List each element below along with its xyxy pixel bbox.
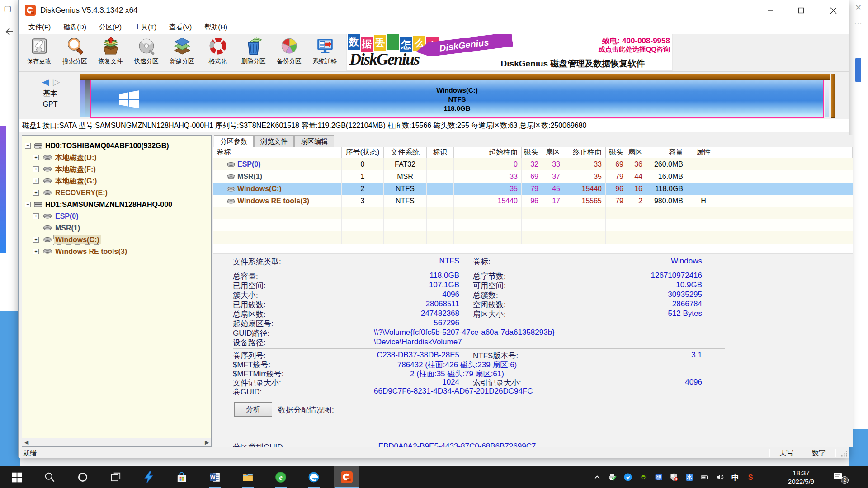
table-row-3[interactable]: Windows RE tools(3)3NTFS1544096171556579…: [213, 195, 853, 207]
volume-icon[interactable]: [716, 473, 724, 481]
tree-item-0[interactable]: −HD0:TOSHIBAMQ04ABF100(932GB): [22, 140, 211, 152]
format-button[interactable]: 格式化: [200, 34, 236, 71]
tab-1[interactable]: 浏览文件: [254, 135, 294, 147]
table-row-2[interactable]: Windows(C:)2NTFS357945154409616118.0GB: [213, 183, 853, 195]
collapse-icon[interactable]: −: [25, 143, 31, 149]
more-options-icon[interactable]: ⋯: [854, 18, 862, 28]
expand-icon[interactable]: +: [33, 249, 39, 254]
tree-item-6[interactable]: +ESP(0): [22, 211, 211, 222]
collapse-icon[interactable]: −: [25, 202, 31, 207]
menu-item-5[interactable]: 帮助(H): [198, 20, 234, 34]
column-header-2[interactable]: 文件系统: [384, 147, 427, 158]
task-view-button[interactable]: [103, 466, 128, 488]
dingtalk-icon[interactable]: [624, 473, 632, 481]
background-close-icon[interactable]: ✕: [855, 3, 862, 13]
maximize-button[interactable]: [790, 0, 812, 20]
printer-check-icon[interactable]: [609, 473, 617, 481]
expand-icon[interactable]: +: [33, 166, 39, 172]
re-tools-partition-block[interactable]: [825, 80, 829, 117]
tree-item-9[interactable]: +Windows RE tools(3): [22, 246, 211, 258]
sogou-icon[interactable]: S: [746, 473, 755, 481]
column-header-11[interactable]: 属性: [687, 147, 720, 158]
table-row-0[interactable]: ESP(0)0FAT3203233336936260.0MB: [213, 158, 853, 170]
scroll-right-icon[interactable]: ▶: [203, 438, 211, 446]
intel-graphics-icon[interactable]: [655, 473, 663, 481]
minimize-button[interactable]: [759, 0, 782, 20]
taskbar-search-button[interactable]: [37, 466, 62, 488]
battery-icon[interactable]: [701, 473, 709, 481]
banner-qq-link[interactable]: 或点击此处选择QQ咨询: [537, 45, 670, 54]
back-arrow-icon[interactable]: [4, 26, 14, 37]
cell: MSR: [384, 170, 427, 183]
column-header-5[interactable]: 磁头: [522, 147, 542, 158]
esp-partition-block[interactable]: [80, 80, 85, 117]
tree-horizontal-scrollbar[interactable]: ◀ ▶: [22, 438, 211, 446]
defender-alert-icon[interactable]: [670, 473, 678, 481]
backup-partition-button[interactable]: 备份分区: [271, 34, 307, 71]
delete-partition-button[interactable]: 删除分区: [236, 34, 271, 71]
column-header-6[interactable]: 扇区: [542, 147, 564, 158]
save-changes-button[interactable]: 保存更改: [21, 34, 57, 71]
close-button[interactable]: [821, 0, 846, 20]
notification-center-button[interactable]: 2: [833, 471, 851, 483]
nvidia-icon[interactable]: [639, 473, 647, 481]
tree-item-3[interactable]: +本地磁盘(G:): [22, 175, 211, 187]
quick-partition-button[interactable]: 快速分区: [128, 34, 164, 71]
menu-item-0[interactable]: 文件(F): [22, 20, 57, 34]
background-scrollbar-thumb[interactable]: [855, 58, 861, 82]
chevron-up-icon[interactable]: [593, 473, 601, 481]
column-header-1[interactable]: 序号(状态): [342, 147, 384, 158]
expand-icon[interactable]: +: [33, 155, 39, 160]
expand-icon[interactable]: +: [33, 213, 39, 219]
menu-item-2[interactable]: 分区(P): [93, 20, 128, 34]
flash-app-button[interactable]: [136, 466, 161, 488]
tree-item-8[interactable]: +Windows(C:): [22, 234, 211, 246]
word-button[interactable]: W: [202, 466, 227, 488]
previous-disk-icon[interactable]: ◀: [42, 76, 49, 87]
resize-grip-icon[interactable]: [840, 450, 848, 457]
scroll-left-icon[interactable]: ◀: [22, 438, 31, 446]
new-partition-button[interactable]: 新建分区: [164, 34, 200, 71]
column-header-7[interactable]: 终止柱面: [564, 147, 606, 158]
diskgenius-button[interactable]: [334, 466, 359, 488]
tab-0[interactable]: 分区参数: [214, 135, 254, 147]
disk-bar-handle[interactable]: [831, 74, 835, 118]
msr-partition-block[interactable]: [85, 80, 90, 117]
tree-item-4[interactable]: +RECOVERY(E:): [22, 187, 211, 199]
ime-indicator[interactable]: 中: [731, 472, 739, 483]
analyze-button[interactable]: 分析: [234, 402, 272, 417]
table-row-1[interactable]: MSR(1)1MSR33693735794416.0MB: [213, 170, 853, 183]
cortana-button[interactable]: [70, 466, 95, 488]
taskbar-clock[interactable]: 18:37 2022/5/9: [778, 469, 824, 486]
column-header-0[interactable]: 卷标: [213, 147, 342, 158]
system-migration-button[interactable]: 系统迁移: [307, 34, 343, 71]
browser-360-button[interactable]: e: [268, 466, 293, 488]
expand-icon[interactable]: +: [33, 237, 39, 243]
search-partition-button[interactable]: 搜索分区: [57, 34, 93, 71]
start-button[interactable]: [4, 466, 29, 488]
column-header-3[interactable]: 标识: [427, 147, 454, 158]
disk-bar-header[interactable]: [80, 74, 830, 80]
menu-item-3[interactable]: 工具(T): [128, 20, 163, 34]
menu-item-4[interactable]: 查看(V): [163, 20, 198, 34]
expand-icon[interactable]: +: [33, 190, 39, 196]
tab-2[interactable]: 扇区编辑: [294, 135, 334, 147]
expand-icon[interactable]: +: [33, 178, 39, 184]
column-header-4[interactable]: 起始柱面: [454, 147, 522, 158]
column-header-9[interactable]: 扇区: [627, 147, 646, 158]
recover-files-button[interactable]: 恢复文件: [93, 34, 128, 71]
file-explorer-button[interactable]: [235, 466, 260, 488]
menu-item-1[interactable]: 磁盘(D): [57, 20, 93, 34]
ad-banner[interactable]: 数据丢怎么! DiskGenius DiskGenius 致电: 400-008…: [346, 34, 673, 71]
column-header-8[interactable]: 磁头: [606, 147, 627, 158]
tree-item-5[interactable]: −HD1:SAMSUNGMZNLN128HAHQ-000: [22, 199, 211, 211]
edge-button[interactable]: [301, 466, 326, 488]
next-disk-icon[interactable]: ▷: [53, 76, 60, 87]
store-button[interactable]: [169, 466, 194, 488]
tree-item-1[interactable]: +本地磁盘(D:): [22, 152, 211, 164]
column-header-10[interactable]: 容量: [646, 147, 687, 158]
snowflake-icon[interactable]: [685, 473, 693, 481]
tree-item-2[interactable]: +本地磁盘(F:): [22, 164, 211, 175]
tree-item-7[interactable]: MSR(1): [22, 222, 211, 234]
windows-partition-block[interactable]: Windows(C:) NTFS 118.0GB: [90, 80, 824, 118]
